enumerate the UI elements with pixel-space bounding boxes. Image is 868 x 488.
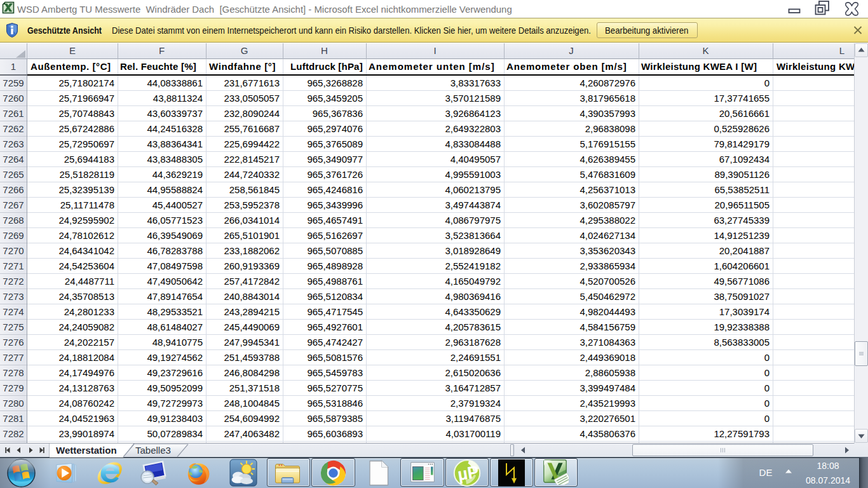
svg-text:µP: µP <box>456 462 480 484</box>
